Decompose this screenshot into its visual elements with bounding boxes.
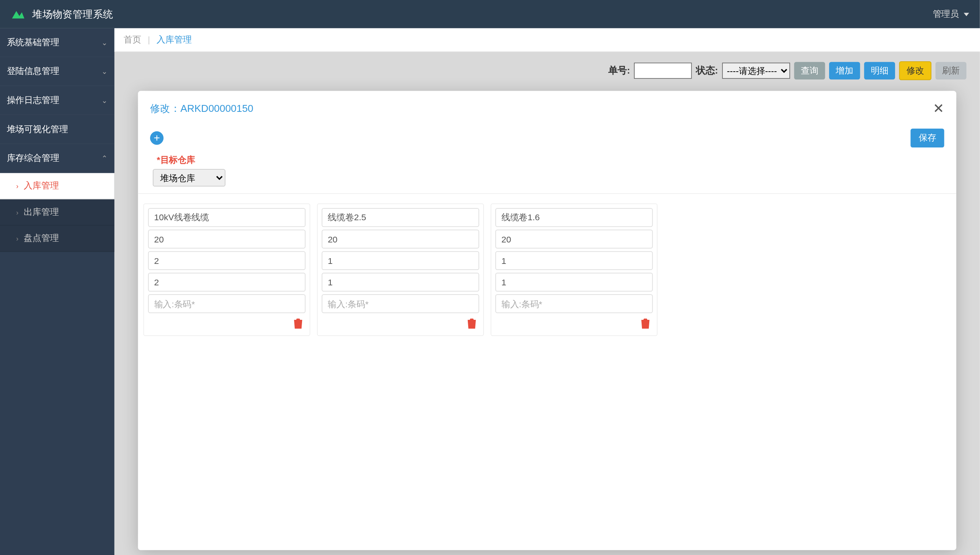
target-warehouse-label: *目标仓库 [157, 154, 942, 167]
submenu-outbound[interactable]: › 出库管理 [0, 199, 114, 226]
submenu-stocktake[interactable]: › 盘点管理 [0, 226, 114, 252]
chevron-down-icon: ⌄ [101, 38, 108, 47]
item-barcode-input[interactable] [148, 294, 305, 313]
order-label: 单号: [608, 65, 630, 77]
search-button[interactable]: 查询 [794, 62, 825, 80]
item-field-3[interactable] [495, 273, 653, 291]
item-field-1[interactable] [322, 229, 479, 248]
menu-label: 操作日志管理 [7, 94, 59, 106]
item-name-input[interactable] [495, 208, 653, 227]
status-select[interactable]: ----请选择---- [722, 62, 790, 79]
submenu-label: 入库管理 [24, 180, 59, 192]
chevron-right-icon: › [16, 208, 18, 216]
edit-modal: 修改：ARKD00000150 ✕ + 保存 *目标仓库 堆场仓库 [138, 91, 956, 550]
chevron-down-icon: ⌄ [101, 67, 108, 76]
delete-item-button[interactable] [292, 317, 304, 332]
item-name-input[interactable] [148, 208, 305, 227]
filter-bar: 单号: 状态: ----请选择---- 查询 增加 明细 修改 刷新 [114, 52, 980, 89]
menu-label: 登陆信息管理 [7, 65, 59, 78]
status-label: 状态: [696, 65, 718, 77]
trash-icon [467, 319, 477, 329]
refresh-button[interactable]: 刷新 [936, 62, 967, 80]
menu-group-log[interactable]: 操作日志管理 ⌄ [0, 86, 114, 115]
item-card [491, 203, 658, 336]
modal-close-button[interactable]: ✕ [933, 100, 944, 116]
main-content: 首页 | 入库管理 单号: 状态: ----请选择---- 查询 增加 [114, 28, 980, 555]
detail-button[interactable]: 明细 [864, 62, 895, 80]
breadcrumb-separator: | [148, 34, 150, 44]
menu-label: 库存综合管理 [7, 152, 59, 164]
breadcrumb: 首页 | 入库管理 [114, 28, 980, 52]
item-field-3[interactable] [148, 273, 305, 291]
submenu-label: 出库管理 [24, 206, 59, 218]
item-field-3[interactable] [322, 273, 479, 291]
breadcrumb-home[interactable]: 首页 [124, 34, 141, 44]
add-item-button[interactable]: + [150, 131, 163, 145]
item-barcode-input[interactable] [322, 294, 479, 313]
submenu-label: 盘点管理 [24, 232, 59, 245]
menu-group-system[interactable]: 系统基础管理 ⌄ [0, 28, 114, 57]
item-field-1[interactable] [495, 229, 653, 248]
chevron-right-icon: › [16, 235, 18, 242]
user-label: 管理员 [933, 8, 959, 20]
user-menu[interactable]: 管理员 [933, 8, 969, 20]
menu-group-login[interactable]: 登陆信息管理 ⌄ [0, 57, 114, 86]
item-name-input[interactable] [322, 208, 479, 227]
menu-group-inventory[interactable]: 库存综合管理 ⌃ [0, 144, 114, 173]
item-card [143, 203, 310, 336]
save-button[interactable]: 保存 [911, 129, 944, 147]
menu-label: 系统基础管理 [7, 36, 59, 49]
item-field-2[interactable] [495, 251, 653, 270]
item-card [317, 203, 484, 336]
item-field-2[interactable] [322, 251, 479, 270]
modal-title: 修改：ARKD00000150 [150, 102, 253, 115]
submenu-inbound[interactable]: › 入库管理 [0, 173, 114, 200]
trash-icon [641, 319, 650, 329]
delete-item-button[interactable] [639, 317, 652, 332]
submenu-inventory: › 入库管理 › 出库管理 › 盘点管理 [0, 173, 114, 252]
trash-icon [293, 319, 303, 329]
content-area: 单号: 状态: ----请选择---- 查询 增加 明细 修改 刷新 创建：20… [114, 52, 980, 555]
item-field-1[interactable] [148, 229, 305, 248]
caret-down-icon [964, 13, 969, 16]
order-input[interactable] [634, 62, 692, 79]
add-button[interactable]: 增加 [829, 62, 860, 80]
chevron-down-icon: ⌄ [101, 96, 108, 105]
item-barcode-input[interactable] [495, 294, 653, 313]
delete-item-button[interactable] [466, 317, 478, 332]
menu-label: 堆场可视化管理 [7, 123, 68, 136]
chevron-up-icon: ⌃ [101, 154, 108, 163]
chevron-right-icon: › [16, 182, 18, 190]
breadcrumb-current: 入库管理 [157, 34, 191, 44]
item-cards-row [138, 194, 956, 345]
item-field-2[interactable] [148, 251, 305, 270]
logo-icon [11, 8, 26, 20]
target-warehouse-select[interactable]: 堆场仓库 [153, 169, 225, 187]
app-header: 堆场物资管理系统 管理员 [0, 0, 980, 28]
menu-group-visual[interactable]: 堆场可视化管理 [0, 115, 114, 144]
edit-button[interactable]: 修改 [899, 61, 931, 80]
app-title: 堆场物资管理系统 [32, 8, 113, 20]
sidebar: 系统基础管理 ⌄ 登陆信息管理 ⌄ 操作日志管理 ⌄ 堆场可视化管理 库存综合管… [0, 28, 114, 555]
